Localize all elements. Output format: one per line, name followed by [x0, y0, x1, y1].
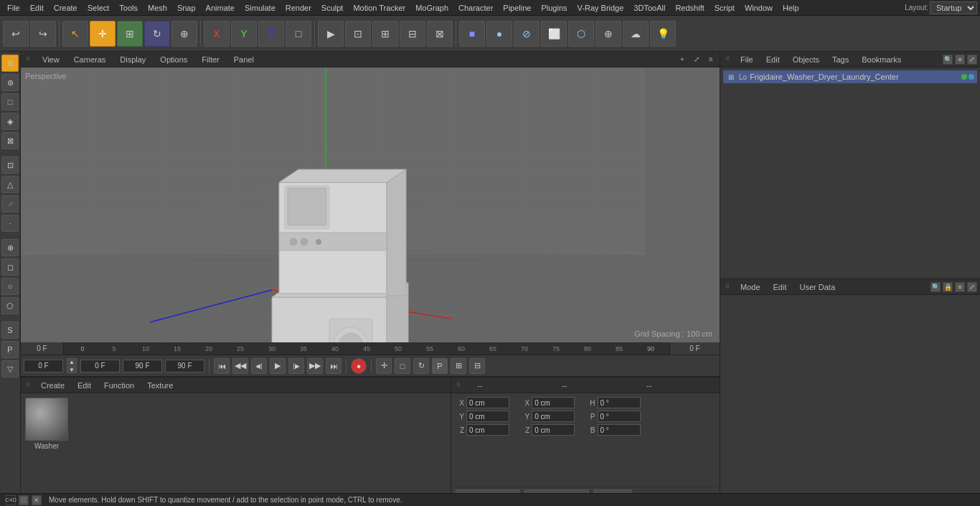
- menu-motion-tracker[interactable]: Motion Tracker: [349, 2, 410, 14]
- attr-menu-edit[interactable]: Edit: [769, 281, 791, 293]
- select-circle-btn[interactable]: ○: [1, 278, 19, 295]
- x-pos-input[interactable]: [466, 397, 509, 408]
- status-icon-square[interactable]: □: [19, 495, 29, 505]
- play-btn[interactable]: ▶: [270, 358, 286, 374]
- goto-start-btn[interactable]: ⏮: [214, 358, 230, 374]
- extra-btn-2[interactable]: □: [395, 358, 410, 374]
- obj-menu-edit[interactable]: Edit: [762, 54, 784, 65]
- menu-select[interactable]: Select: [83, 2, 114, 14]
- menu-animate[interactable]: Animate: [202, 2, 239, 14]
- y-rot-input[interactable]: [532, 411, 575, 422]
- obj-menu-bookmarks[interactable]: Bookmarks: [857, 54, 905, 65]
- menu-vray[interactable]: V-Ray Bridge: [573, 2, 628, 14]
- menu-3dtoall[interactable]: 3DTooAll: [629, 2, 669, 14]
- redo-button[interactable]: ↪: [30, 21, 56, 47]
- uvw-mode-btn[interactable]: ⊛: [1, 74, 19, 91]
- goto-end-btn[interactable]: ⏭: [326, 358, 341, 374]
- extra-btn-grid[interactable]: ⊞: [451, 358, 466, 374]
- geo-plane-button[interactable]: ⬜: [541, 21, 567, 47]
- scale-mode-button[interactable]: ⊞: [117, 21, 143, 47]
- geo-null-button[interactable]: ⊕: [595, 21, 621, 47]
- end-frame-field[interactable]: [123, 360, 162, 373]
- obj-settings-btn[interactable]: ≡: [955, 55, 965, 65]
- layout-select[interactable]: Startup: [930, 1, 977, 14]
- viewport-3d[interactable]: X Y Z Perspective Grid Spacing : 100 cm: [21, 67, 720, 342]
- select-live-btn[interactable]: ⊕: [1, 239, 19, 256]
- attr-menu-mode[interactable]: Mode: [736, 281, 765, 293]
- polygon-mode-btn[interactable]: △: [1, 176, 19, 193]
- attr-lock-btn[interactable]: 🔒: [943, 282, 953, 292]
- geo-light-button[interactable]: 💡: [650, 21, 676, 47]
- viewport-arrows-icon[interactable]: ⤢: [691, 54, 702, 65]
- scene-mode-btn[interactable]: ⊠: [1, 132, 19, 149]
- menu-create[interactable]: Create: [50, 2, 82, 14]
- viewport-menu-options[interactable]: Options: [156, 54, 192, 65]
- material-menu-edit[interactable]: Edit: [73, 380, 95, 391]
- next-frame-btn[interactable]: ▶▶: [307, 358, 323, 374]
- status-icon-close[interactable]: ✕: [32, 495, 42, 505]
- menu-character[interactable]: Character: [454, 2, 497, 14]
- menu-help[interactable]: Help: [778, 2, 804, 14]
- b-input[interactable]: [598, 424, 641, 436]
- timeline-ruler[interactable]: 0 F 0 5 10 15 20 25 30 35 40 45 50: [21, 342, 720, 355]
- attr-expand-btn[interactable]: ⤢: [967, 282, 977, 292]
- geo-cylinder-button[interactable]: ⊘: [514, 21, 540, 47]
- menu-mograph[interactable]: MoGraph: [411, 2, 453, 14]
- menu-mesh[interactable]: Mesh: [143, 2, 171, 14]
- obj-menu-tags[interactable]: Tags: [828, 54, 853, 65]
- z-rot-input[interactable]: [532, 424, 575, 436]
- material-panel-handle[interactable]: ⠿: [24, 381, 32, 390]
- menu-render[interactable]: Render: [281, 2, 316, 14]
- obj-manager-handle[interactable]: ⠿: [723, 55, 732, 64]
- material-menu-create[interactable]: Create: [37, 380, 69, 391]
- extra-btn-3[interactable]: ↻: [413, 358, 429, 374]
- y-pos-input[interactable]: [466, 411, 509, 422]
- material-menu-texture[interactable]: Texture: [143, 380, 177, 391]
- menu-window[interactable]: Window: [740, 2, 777, 14]
- undo-button[interactable]: ↩: [3, 21, 29, 47]
- object-item-frigidaire[interactable]: ⊞ Lo Frigidaire_Washer_Dryer_Laundry_Cen…: [723, 70, 977, 83]
- point-mode-btn[interactable]: ·: [1, 215, 19, 232]
- paint-btn[interactable]: P: [1, 341, 19, 358]
- frame-up-btn[interactable]: ▲: [67, 358, 77, 365]
- menu-script[interactable]: Script: [710, 2, 739, 14]
- extra-btn-p[interactable]: P: [432, 358, 448, 374]
- prev-key-btn[interactable]: ◀|: [251, 358, 267, 374]
- viewport-menu-filter[interactable]: Filter: [197, 54, 223, 65]
- material-mode-btn[interactable]: ◈: [1, 113, 19, 130]
- next-key-btn[interactable]: |▶: [288, 358, 304, 374]
- render-view-button[interactable]: ⊠: [427, 21, 453, 47]
- menu-file[interactable]: File: [3, 2, 24, 14]
- viewport-menu-view[interactable]: View: [38, 54, 64, 65]
- current-frame-field[interactable]: [80, 360, 120, 373]
- sculpt-grab-btn[interactable]: S: [1, 322, 19, 339]
- x-rot-input[interactable]: [532, 397, 575, 408]
- render-active-button[interactable]: ▶: [318, 21, 344, 47]
- render-region-button[interactable]: ⊡: [345, 21, 371, 47]
- select-rect-btn[interactable]: ◻: [1, 258, 19, 276]
- obj-search-btn[interactable]: 🔍: [943, 55, 953, 65]
- washer-material-swatch[interactable]: [25, 398, 68, 441]
- fill-btn[interactable]: ▽: [1, 360, 19, 378]
- rotate-mode-button[interactable]: ↻: [144, 21, 170, 47]
- layer-mode-btn[interactable]: ⊡: [1, 156, 19, 174]
- select-poly-btn[interactable]: ⬠: [1, 297, 19, 314]
- attr-menu-userdata[interactable]: User Data: [796, 281, 840, 293]
- coord-panel-handle[interactable]: ⠿: [454, 381, 463, 390]
- transform-mode-button[interactable]: ⊕: [171, 21, 197, 47]
- attr-settings-btn[interactable]: ≡: [955, 282, 965, 292]
- z-pos-input[interactable]: [466, 424, 509, 436]
- axis-z-button[interactable]: Z: [258, 21, 284, 47]
- end-frame-field2[interactable]: [165, 360, 204, 373]
- obj-menu-objects[interactable]: Objects: [788, 54, 824, 65]
- viewport-menu-cameras[interactable]: Cameras: [70, 54, 110, 65]
- menu-snap[interactable]: Snap: [173, 2, 200, 14]
- viewport-settings-icon[interactable]: ≡: [705, 54, 717, 65]
- geo-cube-button[interactable]: ■: [459, 21, 485, 47]
- select-mode-button[interactable]: ↖: [62, 21, 88, 47]
- menu-simulate[interactable]: Simulate: [240, 2, 280, 14]
- geo-poly-button[interactable]: ⬡: [568, 21, 594, 47]
- geo-sphere-button[interactable]: ●: [486, 21, 512, 47]
- viewport-panel-handle[interactable]: ⠿: [24, 55, 32, 64]
- model-mode-btn[interactable]: ⊙: [1, 55, 19, 72]
